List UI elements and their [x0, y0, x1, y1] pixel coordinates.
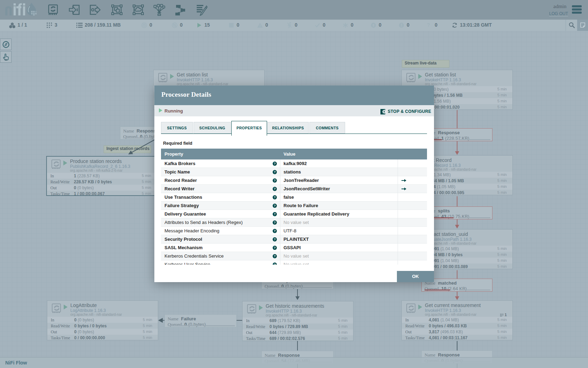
svg-text:?: ? — [274, 221, 276, 224]
svg-text:?: ? — [274, 204, 276, 207]
svg-text:?: ? — [274, 246, 276, 250]
svg-text:?: ? — [274, 229, 276, 233]
svg-text:?: ? — [274, 212, 276, 216]
svg-text:?: ? — [274, 162, 276, 165]
svg-text:?: ? — [274, 238, 276, 241]
svg-text:?: ? — [274, 196, 276, 199]
svg-text:?: ? — [274, 179, 276, 182]
svg-text:?: ? — [274, 263, 276, 265]
svg-text:?: ? — [274, 187, 276, 191]
svg-text:?: ? — [274, 170, 276, 174]
svg-text:?: ? — [274, 254, 276, 258]
